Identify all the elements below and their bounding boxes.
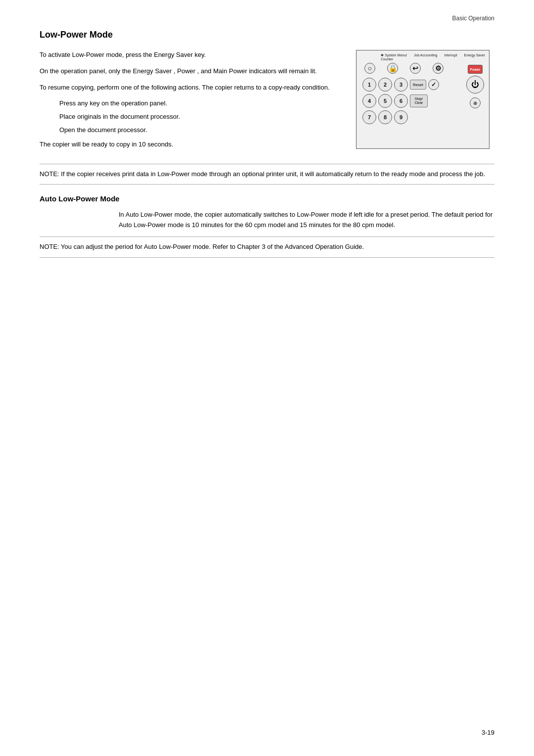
interrupt-label: Interrupt [445,53,457,61]
system-menu-label: ✱ System Menu/ Counter [381,53,407,61]
main-title: Low-Power Mode [40,30,494,40]
btn-3[interactable]: 3 [394,78,408,92]
btn-7[interactable]: 7 [362,110,376,124]
btn-4[interactable]: 4 [362,94,376,108]
note-2-text: NOTE: You can adjust the period for Auto… [40,243,364,250]
btn-slash[interactable]: ✓ [428,79,439,90]
btn-side-small[interactable]: ⊕ [470,97,481,108]
paragraph-3: To resume copying, perform one of the fo… [40,83,341,93]
content-area: To activate Low-Power mode, press the En… [40,50,494,156]
btn-2[interactable]: 2 [378,78,392,92]
control-panel: ✱ System Menu/ Counter Job Accounting In… [356,50,490,149]
btn-energy[interactable]: ⚙ [433,63,444,74]
header-section: Basic Operation [452,15,494,22]
btn-5[interactable]: 5 [378,94,392,108]
paragraph-1: To activate Low-Power mode, press the En… [40,50,341,60]
panel-row-3: 7 8 9 [362,110,464,124]
panel-row-2: 4 5 6 Stop/ Clear [362,94,464,108]
btn-9[interactable]: 9 [394,110,408,124]
stop-label: Stop/ [415,97,423,101]
note-box-1: NOTE: If the copier receives print data … [40,164,494,185]
panel-top-labels: ✱ System Menu/ Counter Job Accounting In… [359,53,486,61]
paragraph-2: On the operation panel, only the Energy … [40,66,341,77]
btn-1[interactable]: 1 [362,78,376,92]
page: Basic Operation Low-Power Mode To activa… [0,0,534,756]
btn-circle[interactable]: ○ [364,63,375,74]
sub-section-title: Auto Low-Power Mode [40,194,494,203]
job-accounting-label: Job Accounting [414,53,437,61]
panel-column: ✱ System Menu/ Counter Job Accounting In… [356,50,494,156]
btn-8[interactable]: 8 [378,110,392,124]
btn-interrupt[interactable]: ↩ [410,63,421,74]
list-item-1: Press any key on the operation panel. [59,98,341,109]
top-row-icons: ○ 🔒 ↩ ⚙ [359,63,464,74]
list-item-2: Place originals in the document processo… [59,112,341,122]
power-button[interactable]: Power [468,65,483,74]
action-list: Press any key on the operation panel. Pl… [59,98,341,135]
note-1-text: NOTE: If the copier receives print data … [40,170,485,178]
sub-section-content: In Auto Low-Power mode, the copier autom… [40,210,494,231]
sub-section: Auto Low-Power Mode In Auto Low-Power mo… [40,194,494,231]
panel-main: ○ 🔒 ↩ ⚙ 1 2 3 Reset [359,63,464,147]
footer-page: 3-19 [482,729,494,736]
header-label: Basic Operation [452,15,494,22]
btn-lock[interactable]: 🔒 [387,63,398,74]
reset-button[interactable]: Reset [410,80,426,90]
sub-paragraph-1: In Auto Low-Power mode, the copier autom… [119,210,494,231]
stop-clear-button[interactable]: Stop/ Clear [410,94,428,107]
text-column: To activate Low-Power mode, press the En… [40,50,341,156]
btn-6[interactable]: 6 [394,94,408,108]
btn-power-round[interactable]: ⏻ [466,76,484,94]
note-box-2: NOTE: You can adjust the period for Auto… [40,236,494,258]
list-item-3: Open the document processor. [59,125,341,136]
panel-side: Power ⏻ ⊕ [464,63,486,147]
num-rows: 1 2 3 Reset ✓ 4 5 6 [359,78,464,124]
panel-inner: ○ 🔒 ↩ ⚙ 1 2 3 Reset [359,63,486,147]
energy-saver-label: Energy Saver [464,53,485,61]
panel-row-1: 1 2 3 Reset ✓ [362,78,464,92]
paragraph-4: The copier will be ready to copy in 10 s… [40,140,341,150]
clear-label: Clear [415,101,423,105]
